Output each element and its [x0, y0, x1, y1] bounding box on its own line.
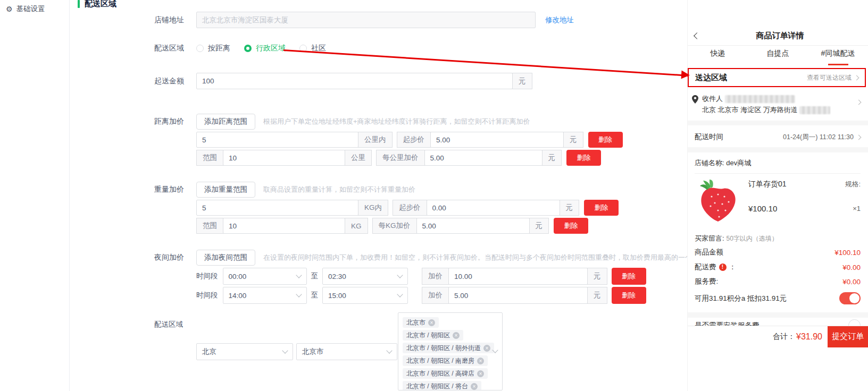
delivery-time-row[interactable]: 配送时间 01-24(周一) 11:02 11:30 — [695, 132, 861, 142]
weight-base-price-input[interactable] — [427, 200, 560, 216]
points-toggle[interactable] — [839, 292, 861, 304]
chevron-down-icon — [397, 291, 403, 297]
delivery-time-value: 01-24(周一) 11:02 11:30 — [783, 133, 854, 142]
weight-hint: 取商品设置的重量计算，如留空则不计算重量加价 — [263, 185, 415, 194]
distance-header-row: 距离加价 添加距离范围 根据用户下单定位地址经纬度+商家地址经纬度计算骑行距离，… — [154, 114, 687, 130]
view-zone-link[interactable]: 查看可送达区域 — [807, 73, 858, 82]
submit-order-button[interactable]: 提交订单 — [828, 326, 868, 347]
delete-button[interactable]: 删除 — [566, 150, 601, 166]
zone-label: 送达区域 — [695, 73, 727, 83]
section-title: 配送区域 — [85, 0, 116, 9]
delete-button[interactable]: 删除 — [554, 218, 588, 234]
product-item: 订单存货01 规格: ¥100.10 ×1 — [695, 180, 861, 223]
time-to-select[interactable]: 15:00 — [322, 287, 408, 304]
surcharge-label: 加价 — [422, 268, 449, 285]
chevron-down-icon — [282, 347, 288, 353]
min-amount-input[interactable] — [196, 73, 513, 89]
region-tags-multiselect[interactable]: 北京市 × 北京市 / 朝阳区 × 北京市 / 朝阳区 / 朝外街道 × 北京市… — [398, 312, 503, 390]
recipient-line1: 收件人 — [702, 94, 853, 104]
section-accent-bar — [78, 0, 80, 8]
distance-base-price-input[interactable] — [430, 132, 564, 148]
recipient-row[interactable]: 收件人 北京 北京市 海淀区 万寿路街道 — [692, 94, 861, 115]
surcharge-label: 加价 — [422, 287, 449, 304]
weight-range-input[interactable] — [223, 218, 345, 234]
yuan-unit: 元 — [563, 132, 583, 148]
per-kg-price-input[interactable] — [416, 218, 530, 234]
night-price-input[interactable] — [448, 268, 588, 285]
preview-header: 商品订单详情 — [695, 31, 861, 41]
page: ⚙ 基础设置 配送区域 店铺地址 修改地址 配送区域 按距离 行政区域 — [0, 0, 868, 391]
points-row: 可用31.91积分a 抵扣31.91元 — [695, 292, 861, 304]
city-select[interactable]: 北京市 — [296, 343, 397, 360]
sidebar-item-label: 基础设置 — [16, 4, 45, 14]
distance-within-unit: 公里内 — [358, 132, 393, 148]
redacted-block — [725, 95, 795, 103]
region-tag: 北京市 / 朝阳区 / 朝外街道 × — [403, 343, 494, 353]
add-night-range-button[interactable]: 添加夜间范围 — [196, 250, 255, 266]
weight-within-input[interactable] — [196, 200, 358, 216]
radio-icon — [196, 45, 204, 52]
distance-hint: 根据用户下单定位地址经纬度+商家地址经纬度计算骑行距离，如留空则不计算距离加价 — [263, 117, 530, 126]
divider-band — [688, 121, 868, 125]
province-select[interactable]: 北京 — [196, 343, 293, 360]
close-icon[interactable]: × — [483, 345, 490, 352]
chevron-down-icon — [296, 291, 302, 297]
sidebar-item-basic-settings[interactable]: ⚙ 基础设置 — [0, 0, 69, 14]
chevron-down-icon — [296, 272, 302, 278]
close-icon[interactable]: × — [471, 383, 478, 390]
night-price-input[interactable] — [448, 287, 588, 304]
time-to-select[interactable]: 02:30 — [322, 268, 408, 285]
base-price-label: 起步价 — [393, 200, 427, 216]
region-tag: 北京市 / 朝阳区 / 南磨房 × — [403, 355, 488, 366]
active-tab-underline — [828, 64, 848, 65]
close-icon[interactable]: × — [453, 332, 460, 339]
close-icon[interactable]: × — [477, 370, 484, 377]
product-name: 订单存货01 — [748, 180, 787, 189]
delivery-zone-row[interactable]: 送达区域 查看可送达区域 — [688, 68, 866, 87]
delete-button[interactable]: 删除 — [588, 132, 623, 148]
per-km-price-input[interactable] — [424, 150, 542, 166]
preview-title: 商品订单详情 — [699, 31, 861, 41]
weight-within-unit: KG内 — [358, 200, 388, 216]
delete-button[interactable]: 删除 — [612, 287, 646, 304]
close-icon[interactable]: × — [477, 358, 484, 364]
weight-range-unit: KG — [345, 218, 368, 234]
radio-admin-region[interactable]: 行政区域 — [244, 44, 286, 53]
yuan-unit: 元 — [529, 218, 549, 234]
store-address-input[interactable] — [196, 12, 536, 28]
region-tag: 北京市 / 朝阳区 / 高碑店 × — [403, 368, 488, 379]
chevron-right-icon — [856, 100, 862, 105]
tab-local-delivery[interactable]: #同城配送 — [808, 49, 868, 58]
night-label: 夜间加价 — [154, 253, 196, 262]
location-pin-icon — [692, 95, 698, 104]
divider-line — [695, 173, 861, 174]
distance-range-input[interactable] — [223, 150, 345, 166]
range-label: 范围 — [196, 150, 223, 166]
region-tag: 北京市 × — [403, 317, 439, 328]
tab-express[interactable]: 快递 — [688, 49, 748, 58]
region-tag: 北京市 / 朝阳区 / 将台 × — [403, 381, 481, 390]
region-label: 配送区域 — [154, 320, 183, 329]
total-label: 合计： — [773, 332, 795, 342]
add-weight-range-button[interactable]: 添加重量范围 — [196, 182, 255, 198]
night-row-1: 时间段 00:00 至 02:30 加价 元 删除 — [154, 268, 687, 285]
time-from-select[interactable]: 00:00 — [223, 268, 307, 285]
radio-by-distance[interactable]: 按距离 — [196, 44, 230, 53]
section-header: 配送区域 — [78, 0, 116, 9]
delete-button[interactable]: 删除 — [612, 268, 646, 285]
amount-row-delivery-fee: 配送费 ! ： ¥0.00 — [695, 262, 861, 272]
info-icon[interactable]: ! — [719, 264, 727, 271]
weight-row-1: KG内 起步价 元 删除 — [154, 200, 687, 216]
night-row-2: 时间段 14:00 至 15:00 加价 元 删除 — [154, 287, 687, 304]
add-distance-range-button[interactable]: 添加距离范围 — [196, 114, 255, 130]
delivery-time-label: 配送时间 — [695, 132, 723, 142]
region-tag: 北京市 / 朝阳区 × — [403, 330, 463, 341]
time-from-select[interactable]: 14:00 — [223, 287, 307, 304]
delete-button[interactable]: 删除 — [584, 200, 619, 216]
product-qty: ×1 — [853, 205, 861, 212]
distance-within-input[interactable] — [196, 132, 358, 148]
close-icon[interactable]: × — [428, 319, 435, 326]
edit-address-link[interactable]: 修改地址 — [545, 15, 574, 25]
buyer-note-row[interactable]: 买家留言: 50字以内（选填） — [695, 234, 861, 243]
tab-pickup[interactable]: 自提点 — [748, 49, 808, 58]
